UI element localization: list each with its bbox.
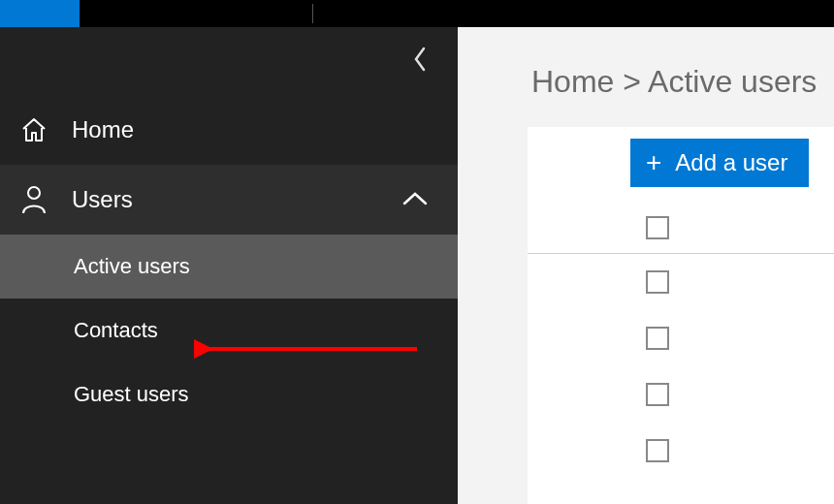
sidebar-item-label: Home — [72, 116, 134, 143]
sidebar-subitem-contacts[interactable]: Contacts — [0, 299, 458, 362]
row-checkbox[interactable] — [646, 327, 669, 350]
user-icon — [17, 184, 50, 215]
table-row[interactable] — [528, 423, 834, 479]
breadcrumb-home[interactable]: Home — [531, 64, 614, 99]
titlebar-accent — [0, 0, 80, 27]
chevron-up-icon — [401, 186, 429, 213]
breadcrumb: Home > Active users — [458, 64, 834, 100]
row-checkbox[interactable] — [646, 383, 669, 406]
add-user-button[interactable]: + Add a user — [630, 139, 809, 187]
sidebar-item-label: Users — [72, 186, 133, 213]
table-row[interactable] — [528, 254, 834, 310]
sidebar-item-label: Guest users — [74, 382, 189, 407]
breadcrumb-separator: > — [623, 64, 641, 99]
table-header-row — [528, 216, 834, 254]
content-area: Home > Active users + Add a user — [458, 27, 834, 504]
sidebar-subitem-active-users[interactable]: Active users — [0, 235, 458, 299]
sidebar-item-home[interactable]: Home — [0, 95, 458, 165]
add-user-label: Add a user — [675, 149, 787, 176]
row-checkbox[interactable] — [646, 439, 669, 462]
sidebar: Home Users Active users Contacts Guest u… — [0, 27, 458, 504]
svg-point-0 — [28, 187, 40, 199]
users-panel: + Add a user — [528, 127, 834, 504]
breadcrumb-current: Active users — [648, 64, 817, 99]
chevron-left-icon — [411, 46, 429, 77]
row-checkbox[interactable] — [646, 270, 669, 294]
sidebar-collapse-button[interactable] — [0, 27, 458, 95]
sidebar-item-users[interactable]: Users — [0, 165, 458, 235]
table-row[interactable] — [528, 366, 834, 423]
titlebar — [0, 0, 834, 27]
home-icon — [17, 115, 50, 144]
sidebar-item-label: Contacts — [74, 318, 158, 343]
select-all-checkbox[interactable] — [646, 216, 669, 239]
titlebar-divider — [312, 4, 313, 23]
sidebar-item-label: Active users — [74, 254, 190, 279]
sidebar-subitem-guest-users[interactable]: Guest users — [0, 362, 458, 426]
table-row[interactable] — [528, 310, 834, 366]
plus-icon: + — [646, 149, 661, 176]
